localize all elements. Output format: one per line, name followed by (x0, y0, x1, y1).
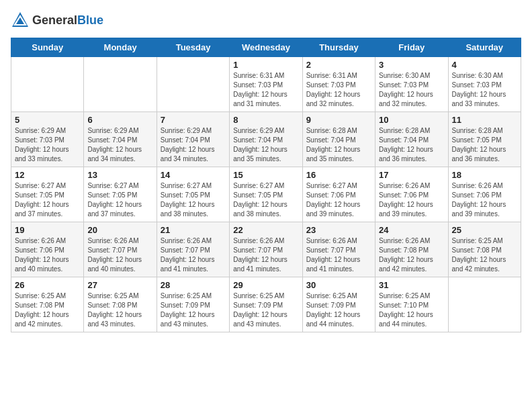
day-info: Sunrise: 6:25 AM Sunset: 7:08 PM Dayligh… (452, 236, 517, 274)
day-info: Sunrise: 6:25 AM Sunset: 7:09 PM Dayligh… (161, 291, 226, 329)
calendar-week-2: 5Sunrise: 6:29 AM Sunset: 7:03 PM Daylig… (11, 112, 521, 167)
calendar-cell: 22Sunrise: 6:26 AM Sunset: 7:07 PM Dayli… (230, 222, 302, 277)
calendar-cell: 11Sunrise: 6:28 AM Sunset: 7:05 PM Dayli… (448, 112, 521, 167)
day-info: Sunrise: 6:26 AM Sunset: 7:06 PM Dayligh… (452, 181, 517, 219)
day-number: 14 (161, 170, 226, 180)
day-number: 21 (161, 225, 226, 235)
col-header-wednesday: Wednesday (230, 38, 302, 57)
day-number: 29 (233, 280, 298, 290)
day-number: 31 (379, 280, 444, 290)
day-number: 1 (233, 60, 298, 70)
logo: GeneralBlue (11, 11, 103, 30)
page-header: GeneralBlue (11, 11, 521, 30)
calendar-cell: 14Sunrise: 6:27 AM Sunset: 7:05 PM Dayli… (157, 167, 229, 222)
col-header-thursday: Thursday (302, 38, 375, 57)
calendar-cell (84, 57, 157, 112)
col-header-monday: Monday (84, 38, 157, 57)
day-number: 4 (452, 60, 517, 70)
calendar-cell: 1Sunrise: 6:31 AM Sunset: 7:03 PM Daylig… (230, 57, 302, 112)
col-header-tuesday: Tuesday (157, 38, 229, 57)
day-number: 7 (161, 115, 226, 125)
calendar-cell: 3Sunrise: 6:30 AM Sunset: 7:03 PM Daylig… (375, 57, 448, 112)
day-info: Sunrise: 6:25 AM Sunset: 7:08 PM Dayligh… (87, 291, 152, 329)
calendar-cell: 17Sunrise: 6:26 AM Sunset: 7:06 PM Dayli… (375, 167, 448, 222)
day-number: 27 (87, 280, 152, 290)
day-number: 6 (87, 115, 152, 125)
calendar-cell: 7Sunrise: 6:29 AM Sunset: 7:04 PM Daylig… (157, 112, 229, 167)
day-info: Sunrise: 6:26 AM Sunset: 7:07 PM Dayligh… (233, 236, 298, 274)
day-info: Sunrise: 6:29 AM Sunset: 7:03 PM Dayligh… (15, 126, 80, 164)
day-number: 17 (379, 170, 444, 180)
day-info: Sunrise: 6:26 AM Sunset: 7:07 PM Dayligh… (161, 236, 226, 274)
calendar-week-4: 19Sunrise: 6:26 AM Sunset: 7:06 PM Dayli… (11, 222, 521, 277)
day-info: Sunrise: 6:26 AM Sunset: 7:06 PM Dayligh… (379, 181, 444, 219)
calendar-week-5: 26Sunrise: 6:25 AM Sunset: 7:08 PM Dayli… (11, 277, 521, 332)
day-number: 24 (379, 225, 444, 235)
calendar-cell: 2Sunrise: 6:31 AM Sunset: 7:03 PM Daylig… (302, 57, 375, 112)
day-info: Sunrise: 6:27 AM Sunset: 7:05 PM Dayligh… (161, 181, 226, 219)
calendar-cell: 9Sunrise: 6:28 AM Sunset: 7:04 PM Daylig… (302, 112, 375, 167)
logo-blue: Blue (77, 13, 103, 27)
day-info: Sunrise: 6:25 AM Sunset: 7:09 PM Dayligh… (306, 291, 371, 329)
day-info: Sunrise: 6:26 AM Sunset: 7:08 PM Dayligh… (379, 236, 444, 274)
day-number: 2 (306, 60, 371, 70)
day-number: 15 (233, 170, 298, 180)
day-number: 16 (306, 170, 371, 180)
calendar-cell: 28Sunrise: 6:25 AM Sunset: 7:09 PM Dayli… (157, 277, 229, 332)
day-info: Sunrise: 6:29 AM Sunset: 7:04 PM Dayligh… (233, 126, 298, 164)
calendar-cell (448, 277, 521, 332)
day-number: 19 (15, 225, 80, 235)
day-number: 28 (161, 280, 226, 290)
calendar-cell: 15Sunrise: 6:27 AM Sunset: 7:05 PM Dayli… (230, 167, 302, 222)
day-number: 3 (379, 60, 444, 70)
calendar-cell: 20Sunrise: 6:26 AM Sunset: 7:07 PM Dayli… (84, 222, 157, 277)
calendar-week-3: 12Sunrise: 6:27 AM Sunset: 7:05 PM Dayli… (11, 167, 521, 222)
day-info: Sunrise: 6:31 AM Sunset: 7:03 PM Dayligh… (306, 71, 371, 109)
calendar-cell: 16Sunrise: 6:27 AM Sunset: 7:06 PM Dayli… (302, 167, 375, 222)
day-info: Sunrise: 6:29 AM Sunset: 7:04 PM Dayligh… (161, 126, 226, 164)
calendar-cell: 30Sunrise: 6:25 AM Sunset: 7:09 PM Dayli… (302, 277, 375, 332)
calendar-table: SundayMondayTuesdayWednesdayThursdayFrid… (11, 38, 521, 332)
day-info: Sunrise: 6:25 AM Sunset: 7:10 PM Dayligh… (379, 291, 444, 329)
col-header-saturday: Saturday (448, 38, 521, 57)
logo-general: General (32, 13, 77, 27)
calendar-cell: 26Sunrise: 6:25 AM Sunset: 7:08 PM Dayli… (11, 277, 84, 332)
day-number: 20 (87, 225, 152, 235)
day-info: Sunrise: 6:28 AM Sunset: 7:04 PM Dayligh… (306, 126, 371, 164)
calendar-cell (11, 57, 84, 112)
day-number: 8 (233, 115, 298, 125)
day-number: 5 (15, 115, 80, 125)
calendar-cell: 6Sunrise: 6:29 AM Sunset: 7:04 PM Daylig… (84, 112, 157, 167)
calendar-header-row: SundayMondayTuesdayWednesdayThursdayFrid… (11, 38, 521, 57)
day-info: Sunrise: 6:27 AM Sunset: 7:05 PM Dayligh… (15, 181, 80, 219)
day-number: 26 (15, 280, 80, 290)
day-number: 11 (452, 115, 517, 125)
day-number: 25 (452, 225, 517, 235)
day-number: 12 (15, 170, 80, 180)
calendar-cell: 18Sunrise: 6:26 AM Sunset: 7:06 PM Dayli… (448, 167, 521, 222)
day-info: Sunrise: 6:30 AM Sunset: 7:03 PM Dayligh… (379, 71, 444, 109)
calendar-week-1: 1Sunrise: 6:31 AM Sunset: 7:03 PM Daylig… (11, 57, 521, 112)
calendar-cell: 10Sunrise: 6:28 AM Sunset: 7:04 PM Dayli… (375, 112, 448, 167)
day-info: Sunrise: 6:26 AM Sunset: 7:07 PM Dayligh… (306, 236, 371, 274)
calendar-cell: 21Sunrise: 6:26 AM Sunset: 7:07 PM Dayli… (157, 222, 229, 277)
calendar-cell: 31Sunrise: 6:25 AM Sunset: 7:10 PM Dayli… (375, 277, 448, 332)
day-number: 13 (87, 170, 152, 180)
day-number: 22 (233, 225, 298, 235)
day-info: Sunrise: 6:27 AM Sunset: 7:05 PM Dayligh… (87, 181, 152, 219)
day-number: 30 (306, 280, 371, 290)
day-info: Sunrise: 6:26 AM Sunset: 7:07 PM Dayligh… (87, 236, 152, 274)
calendar-cell: 29Sunrise: 6:25 AM Sunset: 7:09 PM Dayli… (230, 277, 302, 332)
logo-icon (11, 11, 30, 30)
calendar-cell: 13Sunrise: 6:27 AM Sunset: 7:05 PM Dayli… (84, 167, 157, 222)
day-info: Sunrise: 6:29 AM Sunset: 7:04 PM Dayligh… (87, 126, 152, 164)
day-info: Sunrise: 6:31 AM Sunset: 7:03 PM Dayligh… (233, 71, 298, 109)
day-info: Sunrise: 6:30 AM Sunset: 7:03 PM Dayligh… (452, 71, 517, 109)
calendar-cell: 12Sunrise: 6:27 AM Sunset: 7:05 PM Dayli… (11, 167, 84, 222)
day-number: 23 (306, 225, 371, 235)
calendar-cell: 27Sunrise: 6:25 AM Sunset: 7:08 PM Dayli… (84, 277, 157, 332)
day-info: Sunrise: 6:28 AM Sunset: 7:04 PM Dayligh… (379, 126, 444, 164)
col-header-sunday: Sunday (11, 38, 84, 57)
day-number: 18 (452, 170, 517, 180)
calendar-cell: 24Sunrise: 6:26 AM Sunset: 7:08 PM Dayli… (375, 222, 448, 277)
